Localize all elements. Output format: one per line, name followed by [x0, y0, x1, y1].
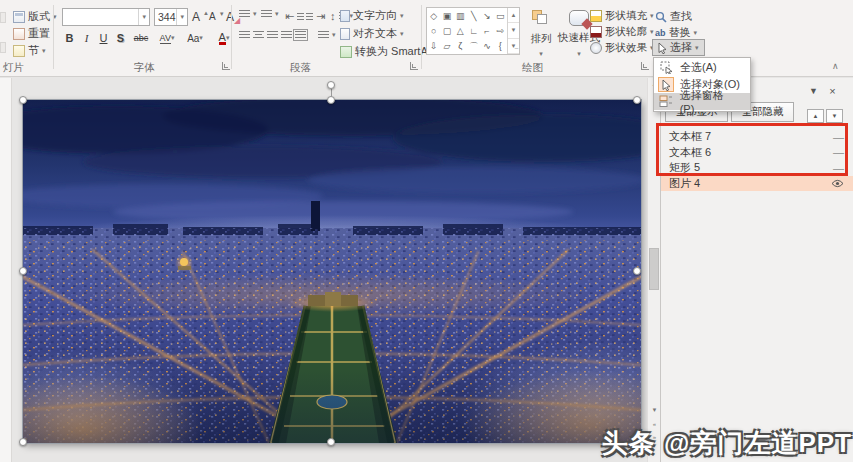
visibility-toggle[interactable]: —: [833, 162, 844, 174]
font-color-button[interactable]: A▾: [212, 30, 236, 46]
change-case-button[interactable]: Aa▾: [183, 30, 207, 46]
find-button[interactable]: 查找: [655, 9, 692, 24]
numbering-button[interactable]: ▾: [261, 10, 279, 18]
text-shadow-button[interactable]: S: [113, 30, 128, 46]
pane-close-icon[interactable]: ×: [825, 84, 840, 98]
font-name-combo[interactable]: ▾: [62, 8, 150, 26]
drawing-dialog-launcher[interactable]: [641, 62, 649, 70]
shape-outline-label: 形状轮廓: [605, 25, 647, 39]
shrink-font-button[interactable]: A▼: [209, 11, 225, 22]
shape-cell[interactable]: ⌐: [480, 23, 493, 38]
select-objects-icon: [658, 77, 674, 92]
resize-handle-top-right[interactable]: [633, 96, 641, 104]
strikethrough-button[interactable]: abc: [130, 30, 152, 46]
menu-item-label: 选择窗格(P)...: [680, 88, 746, 115]
align-right-button[interactable]: [267, 31, 278, 39]
slide-panel-edge[interactable]: [0, 78, 12, 462]
vertical-scrollbar[interactable]: ▲ ▼ « »: [647, 78, 660, 462]
shape-cell[interactable]: {: [494, 39, 507, 54]
justify-button[interactable]: [281, 31, 292, 39]
reset-button[interactable]: 重置: [13, 26, 50, 41]
pane-menu-button[interactable]: ▼: [806, 84, 821, 98]
menu-item-selection-pane[interactable]: 选择窗格(P)...: [654, 93, 750, 110]
shape-cell[interactable]: ▱: [440, 39, 453, 54]
menu-item-label: 全选(A): [680, 60, 717, 75]
shape-outline-icon: [590, 26, 602, 38]
visibility-eye-icon[interactable]: [831, 179, 844, 188]
align-text-icon: [340, 28, 350, 40]
shapes-scroll-up[interactable]: ▲: [508, 8, 519, 23]
shape-cell[interactable]: ▥: [454, 8, 467, 23]
paragraph-dialog-launcher[interactable]: [410, 62, 418, 70]
shape-cell[interactable]: ⌒: [467, 39, 480, 54]
section-button[interactable]: 节▾: [13, 43, 46, 58]
shape-cell[interactable]: ○: [427, 23, 440, 38]
align-center-button[interactable]: [253, 31, 264, 39]
align-left-button[interactable]: [239, 31, 250, 39]
layer-row-textbox7[interactable]: 文本框 7 —: [661, 129, 853, 145]
text-direction-label: 文字方向: [353, 8, 397, 23]
reset-icon: [13, 28, 25, 40]
replace-button[interactable]: ab 替换▾: [655, 25, 697, 40]
shape-outline-button[interactable]: 形状轮廓▾: [590, 25, 654, 39]
shape-cell[interactable]: ζ: [454, 39, 467, 54]
bold-button[interactable]: B: [62, 30, 77, 46]
distribute-button[interactable]: [295, 31, 306, 39]
visibility-toggle[interactable]: —: [833, 146, 844, 158]
layer-name: 文本框 6: [669, 145, 711, 160]
send-backward-button[interactable]: ▼: [826, 109, 843, 123]
resize-handle-bottom-left[interactable]: [19, 438, 27, 446]
underline-button[interactable]: U: [96, 30, 111, 46]
layout-button[interactable]: 版式▾: [13, 9, 57, 24]
character-spacing-button[interactable]: AV▾: [154, 30, 180, 46]
resize-handle-middle-left[interactable]: [19, 267, 27, 275]
shape-cell[interactable]: ∟: [467, 23, 480, 38]
layer-row-rectangle5[interactable]: 矩形 5 —: [661, 160, 853, 176]
search-icon: [655, 11, 667, 23]
shape-cell[interactable]: ⇩: [427, 39, 440, 54]
shape-cell[interactable]: ▢: [440, 23, 453, 38]
align-text-button[interactable]: 对齐文本▾: [340, 26, 404, 41]
selected-picture[interactable]: [23, 100, 641, 443]
visibility-toggle[interactable]: —: [833, 131, 844, 143]
select-button[interactable]: 选择▾: [652, 39, 705, 56]
font-dialog-launcher[interactable]: [222, 62, 230, 70]
shape-effects-button[interactable]: 形状效果▾: [590, 41, 654, 55]
italic-button[interactable]: I: [79, 30, 94, 46]
arrange-button[interactable]: 排列 ▾: [524, 8, 558, 60]
shapes-scroll-down[interactable]: ▼: [508, 23, 519, 38]
columns-button[interactable]: ▾: [318, 31, 336, 39]
text-direction-button[interactable]: 文字方向▾: [340, 8, 404, 23]
increase-indent-button[interactable]: ⇥: [306, 10, 325, 23]
shape-cell[interactable]: ▣: [440, 8, 453, 23]
shape-cell[interactable]: △: [454, 23, 467, 38]
shape-fill-button[interactable]: 形状填充▾: [590, 9, 654, 23]
font-size-combo[interactable]: 344▾: [154, 8, 188, 26]
resize-handle-top-center[interactable]: [327, 96, 335, 104]
shape-cell[interactable]: ⇨: [494, 23, 507, 38]
collapse-ribbon-button[interactable]: ∧: [832, 61, 839, 71]
bullets-button[interactable]: ▾: [239, 10, 257, 18]
grow-font-button[interactable]: A▲: [192, 10, 209, 24]
shape-effects-label: 形状效果: [605, 41, 647, 55]
resize-handle-bottom-center[interactable]: [327, 438, 335, 446]
resize-handle-top-left[interactable]: [19, 96, 27, 104]
shape-cell[interactable]: ↘: [480, 8, 493, 23]
decrease-indent-button[interactable]: ⇤: [285, 10, 304, 23]
shape-cell[interactable]: ∿: [480, 39, 493, 54]
clipped-icon: [0, 12, 6, 23]
shape-cell[interactable]: ╲: [467, 8, 480, 23]
arrange-label: 排列: [531, 32, 552, 46]
bring-forward-button[interactable]: ▲: [807, 109, 824, 123]
menu-item-select-all[interactable]: 全选(A): [654, 59, 750, 76]
shapes-more-button[interactable]: ▼̲: [508, 39, 519, 54]
layer-row-textbox6[interactable]: 文本框 6 —: [661, 145, 853, 161]
rotation-handle[interactable]: [327, 81, 335, 89]
scrollbar-thumb[interactable]: [649, 248, 659, 290]
smartart-label: 转换为 SmartArt: [355, 44, 434, 59]
resize-handle-middle-right[interactable]: [633, 267, 641, 275]
shape-cell[interactable]: ◇: [427, 8, 440, 23]
layer-row-picture4[interactable]: 图片 4: [661, 176, 853, 192]
shape-cell[interactable]: ▭: [494, 8, 507, 23]
clipped-icon: [0, 42, 6, 53]
